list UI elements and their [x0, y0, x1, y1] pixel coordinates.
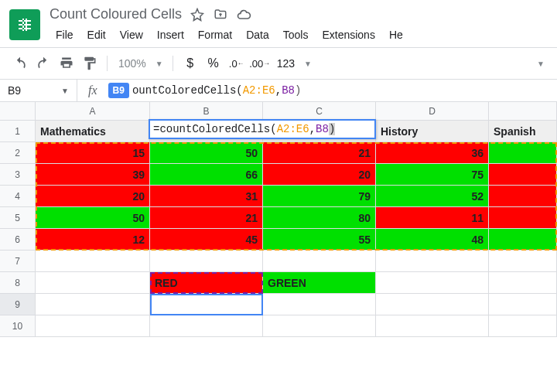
percent-button[interactable]: %: [203, 53, 224, 74]
format-dropdown-icon[interactable]: ▼: [301, 60, 315, 68]
row-header-5[interactable]: 5: [0, 207, 36, 229]
cloud-status-icon[interactable]: [236, 7, 251, 22]
currency-button[interactable]: $: [179, 53, 201, 74]
cell-B3[interactable]: 66: [150, 164, 263, 186]
col-header-A[interactable]: A: [36, 102, 150, 121]
col-header-C[interactable]: C: [263, 102, 376, 121]
cell-D6[interactable]: 48: [376, 229, 489, 251]
cell-A7[interactable]: [36, 251, 150, 272]
row-header-7[interactable]: 7: [0, 251, 36, 272]
cell-D10[interactable]: [376, 315, 489, 337]
row-header-1[interactable]: 1: [0, 121, 36, 142]
cell-B9[interactable]: [150, 294, 263, 315]
cell-D1[interactable]: History: [376, 121, 489, 142]
cell-C7[interactable]: [263, 251, 376, 272]
cell-reference-badge: B9: [108, 83, 129, 98]
menu-edit[interactable]: Edit: [81, 26, 112, 44]
cell-A8[interactable]: [36, 272, 150, 294]
cell-A9[interactable]: [36, 294, 150, 315]
cell-A10[interactable]: [36, 315, 150, 337]
cell-E1[interactable]: Spanish: [489, 121, 557, 142]
row-header-4[interactable]: 4: [0, 186, 36, 207]
cell-A5[interactable]: 50: [36, 207, 150, 229]
row-header-9[interactable]: 9: [0, 294, 36, 315]
cell-E10[interactable]: [489, 315, 557, 337]
redo-button[interactable]: [32, 53, 54, 74]
cell-E8[interactable]: [489, 272, 557, 294]
format-123-button[interactable]: 123: [272, 54, 299, 73]
paint-format-button[interactable]: [79, 53, 101, 74]
zoom-dropdown-icon[interactable]: ▼: [152, 60, 166, 68]
undo-button[interactable]: [9, 53, 31, 74]
cell-C2[interactable]: 21: [263, 142, 376, 164]
select-all-corner[interactable]: [0, 102, 36, 121]
menu-insert[interactable]: Insert: [151, 26, 190, 44]
cell-E5[interactable]: [489, 207, 557, 229]
menu-file[interactable]: File: [50, 26, 80, 44]
menu-data[interactable]: Data: [240, 26, 275, 44]
doc-title[interactable]: Count Coloured Cells: [50, 6, 182, 22]
cell-D8[interactable]: [376, 272, 489, 294]
cell-E7[interactable]: [489, 251, 557, 272]
row-header-10[interactable]: 10: [0, 315, 36, 337]
cell-D5[interactable]: 11: [376, 207, 489, 229]
cell-B2[interactable]: 50: [150, 142, 263, 164]
name-box-value: B9: [8, 84, 21, 97]
print-button[interactable]: [56, 53, 77, 74]
zoom-display[interactable]: 100%: [114, 54, 151, 73]
cell-C10[interactable]: [263, 315, 376, 337]
decrease-decimal-button[interactable]: .0←: [226, 53, 248, 74]
cell-A6[interactable]: 12: [36, 229, 150, 251]
cell-B4[interactable]: 31: [150, 186, 263, 207]
menu-view[interactable]: View: [114, 26, 149, 44]
increase-decimal-button[interactable]: .00→: [249, 53, 271, 74]
col-header-E[interactable]: [489, 102, 557, 121]
cell-A2[interactable]: 15: [36, 142, 150, 164]
cell-D9[interactable]: [376, 294, 489, 315]
cell-B8[interactable]: RED: [150, 272, 263, 294]
star-icon[interactable]: [190, 7, 205, 22]
cell-B5[interactable]: 21: [150, 207, 263, 229]
toolbar: 100% ▼ $ % .0← .00→ 123 ▼ ▼: [0, 48, 557, 79]
menu-bar: File Edit View Insert Format Data Tools …: [50, 26, 548, 44]
cell-B10[interactable]: [150, 315, 263, 337]
cell-E3[interactable]: [489, 164, 557, 186]
fx-icon: fx: [77, 84, 108, 97]
cell-A4[interactable]: 20: [36, 186, 150, 207]
cell-C9[interactable]: [263, 294, 376, 315]
cell-E4[interactable]: [489, 186, 557, 207]
move-folder-icon[interactable]: [213, 7, 228, 22]
cell-C5[interactable]: 80: [263, 207, 376, 229]
formula-input[interactable]: B9ountColoredCells(A2:E6,B8): [108, 80, 557, 101]
cell-C4[interactable]: 79: [263, 186, 376, 207]
cell-E2[interactable]: [489, 142, 557, 164]
cell-C8[interactable]: GREEN: [263, 272, 376, 294]
sheets-logo[interactable]: [9, 9, 40, 40]
cell-D3[interactable]: 75: [376, 164, 489, 186]
cell-A3[interactable]: 39: [36, 164, 150, 186]
row-header-3[interactable]: 3: [0, 164, 36, 186]
cell-B6[interactable]: 45: [150, 229, 263, 251]
row-header-8[interactable]: 8: [0, 272, 36, 294]
cell-D2[interactable]: 36: [376, 142, 489, 164]
cell-D4[interactable]: 52: [376, 186, 489, 207]
cell-C3[interactable]: 20: [263, 164, 376, 186]
cell-E6[interactable]: [489, 229, 557, 251]
menu-format[interactable]: Format: [192, 26, 238, 44]
cell-E9[interactable]: [489, 294, 557, 315]
col-header-B[interactable]: B: [150, 102, 263, 121]
cell-B7[interactable]: [150, 251, 263, 272]
menu-extensions[interactable]: Extensions: [316, 26, 381, 44]
name-box-dropdown-icon[interactable]: ▼: [61, 87, 69, 95]
col-header-D[interactable]: D: [376, 102, 489, 121]
cell-D7[interactable]: [376, 251, 489, 272]
cell-editor[interactable]: =countColoredCells(A2:E6,B8): [149, 119, 376, 139]
row-header-6[interactable]: 6: [0, 229, 36, 251]
cell-C6[interactable]: 55: [263, 229, 376, 251]
menu-help[interactable]: He: [383, 26, 409, 44]
menu-tools[interactable]: Tools: [277, 26, 315, 44]
cell-A1[interactable]: Mathematics: [36, 121, 150, 142]
toolbar-more-dropdown-icon[interactable]: ▼: [534, 60, 548, 68]
row-header-2[interactable]: 2: [0, 142, 36, 164]
name-box[interactable]: B9 ▼: [0, 80, 77, 101]
